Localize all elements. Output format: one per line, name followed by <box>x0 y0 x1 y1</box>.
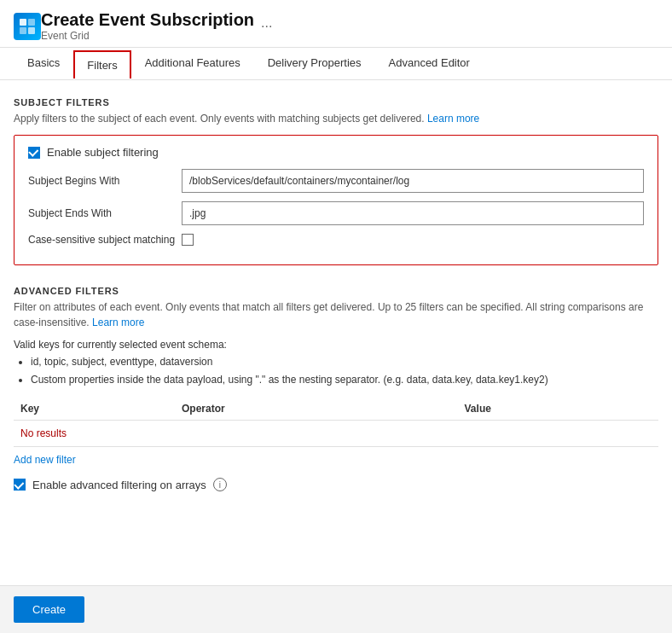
subject-filters-desc-text: Apply filters to the subject of each eve… <box>14 113 427 125</box>
advanced-filters-heading: ADVANCED FILTERS <box>14 286 658 296</box>
subject-ends-with-row: Subject Ends With <box>28 201 644 225</box>
table-header-row: Key Operator Value <box>14 398 658 421</box>
tab-basics[interactable]: Basics <box>14 48 73 79</box>
svg-rect-2 <box>20 27 26 34</box>
case-sensitive-row: Case-sensitive subject matching <box>28 234 644 246</box>
enable-advanced-arr-row: Enable advanced filtering on arrays i <box>14 478 658 491</box>
valid-keys-label: Valid keys for currently selected event … <box>14 339 227 351</box>
main-content: SUBJECT FILTERS Apply filters to the sub… <box>0 80 672 508</box>
enable-subject-filtering-label: Enable subject filtering <box>47 146 159 159</box>
more-options-button[interactable]: ··· <box>261 19 272 34</box>
enable-advanced-arr-label: Enable advanced filtering on arrays <box>32 479 206 491</box>
subject-filters-desc: Apply filters to the subject of each eve… <box>14 111 658 126</box>
valid-keys-item-1: Custom properties inside the data payloa… <box>31 372 658 387</box>
tab-additional-features[interactable]: Additional Features <box>131 48 254 79</box>
case-sensitive-label: Case-sensitive subject matching <box>28 234 182 246</box>
col-operator: Operator <box>175 398 458 421</box>
enable-subject-filtering-row: Enable subject filtering <box>28 146 644 159</box>
subject-ends-with-input[interactable] <box>182 201 644 225</box>
valid-keys-section: Valid keys for currently selected event … <box>14 339 658 387</box>
no-results-cell: No results <box>14 421 658 447</box>
create-button[interactable]: Create <box>14 596 84 623</box>
header-text: Create Event Subscription Event Grid <box>41 10 254 42</box>
advanced-filters-section: ADVANCED FILTERS Filter on attributes of… <box>14 286 658 491</box>
tab-advanced-editor[interactable]: Advanced Editor <box>375 48 484 79</box>
advanced-filters-table: Key Operator Value No results <box>14 398 658 447</box>
col-value: Value <box>458 398 658 421</box>
page-title: Create Event Subscription <box>41 10 254 30</box>
enable-subject-filtering-checkbox[interactable] <box>28 147 40 159</box>
page-subtitle: Event Grid <box>41 30 254 42</box>
subject-begins-with-label: Subject Begins With <box>28 175 182 187</box>
add-new-filter-link[interactable]: Add new filter <box>14 454 76 466</box>
valid-keys-item-0: id, topic, subject, eventtype, dataversi… <box>31 354 658 369</box>
advanced-filters-learn-more[interactable]: Learn more <box>92 316 144 328</box>
subject-ends-with-label: Subject Ends With <box>28 207 182 219</box>
subject-begins-with-input[interactable] <box>182 169 644 193</box>
tab-delivery-properties[interactable]: Delivery Properties <box>254 48 375 79</box>
valid-keys-list: id, topic, subject, eventtype, dataversi… <box>31 354 658 387</box>
page-header: Create Event Subscription Event Grid ··· <box>0 0 672 48</box>
case-sensitive-checkbox[interactable] <box>182 234 194 246</box>
svg-rect-1 <box>28 19 35 26</box>
tab-bar: Basics Filters Additional Features Deliv… <box>0 48 672 80</box>
subject-begins-with-row: Subject Begins With <box>28 169 644 193</box>
subject-filters-heading: SUBJECT FILTERS <box>14 97 658 107</box>
svg-rect-3 <box>28 27 35 34</box>
enable-advanced-arr-info-icon[interactable]: i <box>213 478 227 491</box>
subject-filters-learn-more[interactable]: Learn more <box>427 113 479 125</box>
table-no-results-row: No results <box>14 421 658 447</box>
advanced-filters-desc: Filter on attributes of each event. Only… <box>14 299 658 330</box>
svg-rect-0 <box>20 19 26 26</box>
enable-advanced-arr-checkbox[interactable] <box>14 479 26 491</box>
event-grid-icon <box>14 13 41 40</box>
tab-filters[interactable]: Filters <box>73 50 130 78</box>
bottom-bar: Create <box>0 585 672 633</box>
col-key: Key <box>14 398 175 421</box>
subject-filter-box: Enable subject filtering Subject Begins … <box>14 135 658 265</box>
